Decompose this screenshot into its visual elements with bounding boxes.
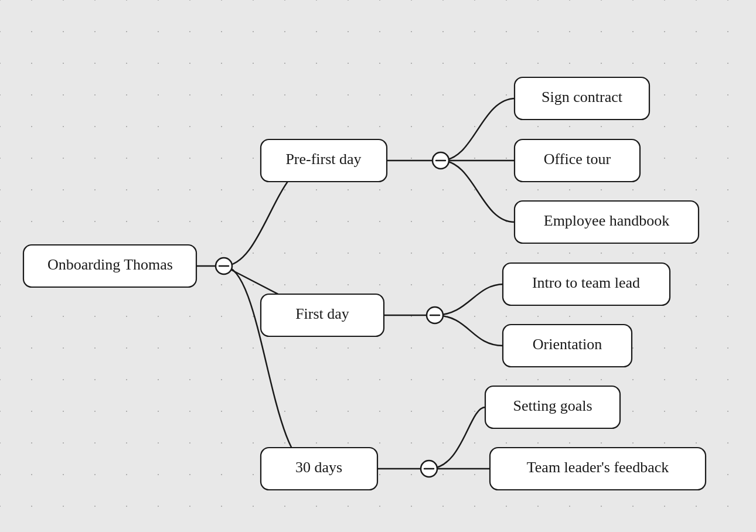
mind-map-container: Onboarding Thomas Pre-first day First da… bbox=[0, 0, 756, 532]
edge-thirtydays-to-goals bbox=[429, 407, 485, 469]
edge-prefirstday-to-handbook bbox=[441, 161, 515, 222]
edge-firstday-to-orientation bbox=[435, 315, 503, 346]
node-goals-label: Setting goals bbox=[513, 397, 592, 414]
node-root-label: Onboarding Thomas bbox=[47, 256, 173, 273]
node-handbook-label: Employee handbook bbox=[544, 212, 669, 229]
edge-firstday-to-intro bbox=[435, 284, 504, 315]
node-thirtydays-label: 30 days bbox=[295, 459, 342, 476]
node-feedback-label: Team leader's feedback bbox=[527, 459, 669, 476]
node-orientation-label: Orientation bbox=[533, 336, 602, 353]
node-officetour-label: Office tour bbox=[544, 151, 611, 168]
node-signcontract-label: Sign contract bbox=[542, 88, 623, 105]
node-intro-label: Intro to team lead bbox=[532, 274, 640, 291]
mind-map-svg: Onboarding Thomas Pre-first day First da… bbox=[0, 0, 756, 532]
node-firstday-label: First day bbox=[295, 305, 349, 322]
edge-prefirstday-to-signcontract bbox=[441, 98, 516, 161]
node-prefirstday-label: Pre-first day bbox=[285, 151, 361, 168]
